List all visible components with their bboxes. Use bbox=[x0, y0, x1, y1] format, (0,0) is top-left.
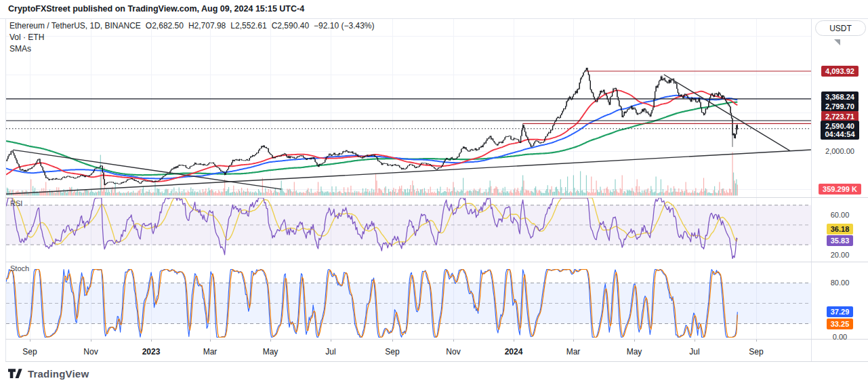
ohlc-low: L2,552.61 bbox=[230, 21, 266, 30]
time-axis-label: Sep bbox=[736, 347, 777, 357]
stoch-pane-title[interactable]: Stoch bbox=[10, 264, 29, 272]
time-axis-label: Nov bbox=[433, 347, 474, 357]
ohlc-high: H2,707.98 bbox=[188, 21, 226, 30]
tradingview-logo-icon[interactable] bbox=[8, 367, 23, 380]
time-axis-label: 2023 bbox=[131, 347, 171, 357]
price-axis-tick: 0.00 bbox=[812, 333, 868, 341]
price-change: −92.10 (−3.43%) bbox=[314, 21, 374, 30]
price-axis[interactable]: 2,000.0060.0020.0080.000.004,093.923,368… bbox=[812, 0, 868, 387]
symbol-title: Ethereum / TetherUS, 1D, BINANCE bbox=[9, 21, 141, 30]
ohlc-close: C2,590.40 bbox=[272, 21, 309, 30]
time-axis[interactable]: SepNov2023MarMayJulSepNov2024MarMayJulSe… bbox=[0, 343, 868, 361]
price-label-chip: 33.25 bbox=[812, 319, 868, 329]
price-label-chip: 4,093.92 bbox=[812, 66, 868, 77]
price-axis-tick: 2,000.00 bbox=[812, 147, 868, 155]
time-axis-label: 2024 bbox=[493, 347, 534, 357]
price-label-chip: 359.299 K bbox=[812, 184, 868, 195]
time-axis-label: Jul bbox=[674, 347, 715, 357]
ohlc-open: O2,682.50 bbox=[146, 21, 184, 30]
price-axis-tick: 20.00 bbox=[812, 251, 868, 259]
time-axis-label: Jul bbox=[310, 347, 351, 357]
time-axis-label: Nov bbox=[70, 347, 111, 357]
price-label-chip: 35.83 bbox=[812, 235, 868, 246]
time-axis-label: Sep bbox=[372, 347, 413, 357]
price-label-chip: 36.18 bbox=[812, 224, 868, 235]
symbol-legend[interactable]: Ethereum / TetherUS, 1D, BINANCE O2,682.… bbox=[9, 21, 374, 30]
price-axis-tick: 60.00 bbox=[812, 211, 868, 219]
price-label-chip: 37.29 bbox=[812, 306, 868, 317]
time-axis-label: Sep bbox=[9, 347, 50, 357]
price-label-chip: 2,590.4004:44:54 bbox=[812, 121, 868, 140]
time-axis-label: May bbox=[250, 347, 291, 357]
rsi-pane-title[interactable]: RSI bbox=[10, 199, 22, 207]
chart-canvas[interactable] bbox=[0, 0, 868, 387]
tradingview-logo-text[interactable]: TradingView bbox=[28, 368, 89, 380]
price-axis-tick: 80.00 bbox=[812, 279, 868, 287]
time-axis-label: May bbox=[614, 347, 655, 357]
tradingview-chart-window: CryptoFXStreet published on TradingView.… bbox=[0, 0, 868, 387]
tradingview-footer: TradingView bbox=[8, 367, 89, 380]
volume-legend[interactable]: Vol · ETH bbox=[9, 33, 44, 42]
time-axis-label: Mar bbox=[553, 347, 594, 357]
smas-legend[interactable]: SMAs bbox=[9, 44, 31, 54]
time-axis-label: Mar bbox=[190, 347, 230, 357]
